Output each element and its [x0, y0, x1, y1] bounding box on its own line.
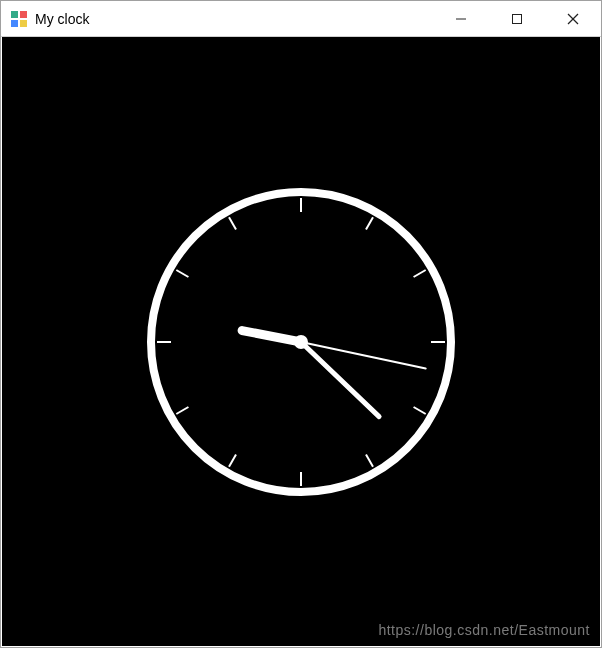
clock-tick [229, 454, 236, 466]
watermark-text: https://blog.csdn.net/Eastmount [378, 622, 590, 638]
maximize-button[interactable] [489, 1, 545, 36]
minute-hand [301, 342, 379, 417]
clock-tick [414, 407, 426, 414]
hour-hand [242, 330, 301, 341]
minimize-button[interactable] [433, 1, 489, 36]
second-hand [301, 342, 426, 369]
clock-face [141, 182, 461, 502]
titlebar: My clock [1, 1, 601, 37]
client-area: https://blog.csdn.net/Eastmount [2, 37, 600, 646]
window-title: My clock [35, 11, 433, 27]
clock-tick [414, 270, 426, 277]
window-controls [433, 1, 601, 36]
clock-tick [176, 407, 188, 414]
close-button[interactable] [545, 1, 601, 36]
clock-svg [141, 182, 461, 502]
close-icon [567, 13, 579, 25]
clock-tick [176, 270, 188, 277]
svg-rect-1 [513, 14, 522, 23]
maximize-icon [511, 13, 523, 25]
minimize-icon [455, 13, 467, 25]
clock-tick [229, 217, 236, 229]
clock-center [294, 335, 308, 349]
clock-tick [366, 454, 373, 466]
app-icon [11, 11, 27, 27]
clock-tick [366, 217, 373, 229]
